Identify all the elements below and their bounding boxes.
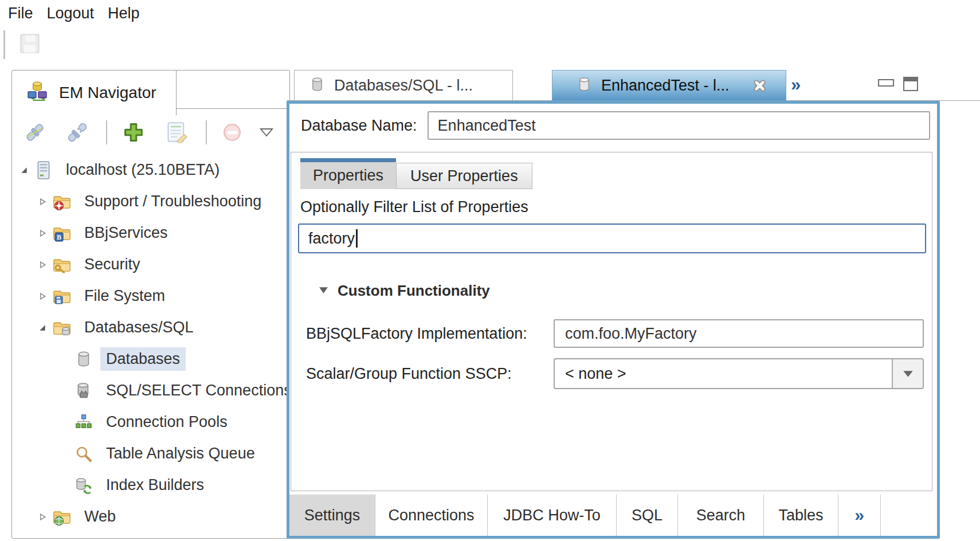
navigator-tab-strip-filler	[177, 70, 289, 109]
navigator-title: EM Navigator	[59, 84, 156, 102]
em-navigator-panel: EM Navigator localhost (25.10BETA)	[11, 70, 290, 539]
section-collapse-triangle-icon[interactable]	[319, 286, 328, 296]
folder-bbj-icon: B	[52, 224, 72, 242]
toolbar-grip[interactable]	[3, 30, 5, 59]
bbjsqlfactory-label: BBjSQLFactory Implementation:	[306, 325, 554, 343]
filter-properties-label: Optionally Filter List of Properties	[300, 198, 932, 216]
bbjsqlfactory-input[interactable]: com.foo.MyFactory	[554, 319, 924, 348]
tree-item-localhost[interactable]: localhost (25.10BETA)	[12, 154, 289, 186]
menu-help[interactable]: Help	[108, 5, 140, 22]
section-title: Custom Functionality	[338, 282, 490, 300]
tab-tables[interactable]: Tables	[764, 495, 838, 536]
text-cursor	[356, 229, 358, 248]
database-icon	[578, 77, 591, 95]
disconnect-plug-icon[interactable]	[66, 121, 89, 144]
sscp-select[interactable]: < none >	[554, 358, 924, 389]
expander-collapsed-icon[interactable]	[35, 198, 50, 206]
custom-functionality-section-header[interactable]: Custom Functionality	[319, 282, 932, 300]
expander-collapsed-icon[interactable]	[35, 292, 50, 300]
minimize-icon[interactable]	[878, 79, 894, 87]
enhancedtest-editor-pane: Database Name: EnhancedTest Properties U…	[287, 101, 940, 539]
dropdown-arrow-icon[interactable]	[260, 128, 273, 137]
editor-tab-strip: Databases/SQL - l... EnhancedTest - l...…	[287, 70, 980, 101]
bbjsqlfactory-row: BBjSQLFactory Implementation: com.foo.My…	[306, 319, 924, 348]
edit-form-icon[interactable]	[166, 121, 187, 143]
sscp-row: Scalar/Group Function SSCP: < none >	[306, 358, 924, 389]
menu-file[interactable]: File	[8, 5, 33, 22]
navigator-header: EM Navigator	[12, 70, 289, 115]
tree-item-table-analysis-queue[interactable]: Table Analysis Queue	[12, 438, 289, 469]
navigator-toolbar	[12, 115, 289, 150]
sscp-label: Scalar/Group Function SSCP:	[306, 365, 554, 383]
tree-item-security[interactable]: Security	[12, 249, 289, 280]
tree-item-web[interactable]: Web	[12, 501, 289, 532]
tree-item-bbjservices[interactable]: B BBjServices	[12, 217, 289, 249]
combo-dropdown-button[interactable]	[892, 359, 923, 388]
tab-search[interactable]: Search	[678, 495, 764, 536]
tab-jdbc-how-to[interactable]: JDBC How-To	[488, 495, 617, 536]
database-name-row: Database Name: EnhancedTest	[301, 111, 930, 140]
tab-user-properties[interactable]: User Properties	[396, 163, 532, 189]
database-name-field[interactable]: EnhancedTest	[428, 111, 930, 140]
database-name-label: Database Name:	[301, 117, 417, 135]
save-icon	[19, 46, 41, 56]
navigator-view-tab[interactable]: EM Navigator	[12, 70, 177, 115]
folder-globe-icon	[52, 508, 72, 526]
folder-database-icon	[52, 319, 72, 337]
menu-bar: File Logout Help	[0, 0, 980, 26]
expander-collapsed-icon[interactable]	[35, 513, 50, 521]
menu-logout[interactable]: Logout	[47, 5, 95, 22]
view-window-buttons	[878, 77, 918, 91]
folder-support-icon	[52, 193, 72, 211]
svg-text:B: B	[57, 233, 61, 241]
folder-key-icon	[52, 256, 72, 274]
properties-panel: Properties User Properties Optionally Fi…	[291, 152, 932, 491]
editor-bottom-tab-bar: Settings Connections JDBC How-To SQL Sea…	[289, 495, 881, 536]
server-icon	[34, 161, 53, 179]
tree-item-index-builders[interactable]: Index Builders	[12, 469, 289, 501]
save-button[interactable]	[19, 33, 41, 57]
expander-expanded-icon[interactable]	[35, 324, 50, 332]
database-plug-icon	[74, 382, 93, 399]
tab-databases-sql[interactable]: Databases/SQL - l...	[294, 70, 513, 100]
connection-pool-icon	[74, 414, 93, 431]
tab-connections[interactable]: Connections	[375, 495, 488, 536]
magnifier-icon	[74, 445, 93, 462]
tree-item-support[interactable]: Support / Troubleshooting	[12, 186, 289, 217]
database-refresh-icon	[74, 477, 93, 494]
tab-properties[interactable]: Properties	[300, 158, 396, 189]
connect-plug-icon[interactable]	[23, 121, 46, 144]
database-icon	[311, 77, 324, 95]
add-plus-icon[interactable]	[123, 122, 144, 143]
tab-overflow-button[interactable]: »	[791, 75, 801, 95]
tab-enhancedtest[interactable]: EnhancedTest - l...	[552, 70, 786, 101]
expander-expanded-icon[interactable]	[17, 166, 32, 174]
filter-properties-input[interactable]: factory	[298, 224, 926, 253]
database-icon	[74, 351, 93, 368]
maximize-icon[interactable]	[903, 77, 918, 91]
remove-minus-icon[interactable]	[222, 122, 242, 143]
tree-item-file-system[interactable]: File System	[12, 280, 289, 312]
tab-sql[interactable]: SQL	[617, 495, 678, 536]
tree-item-sql-select-connections[interactable]: SQL/SELECT Connections	[12, 375, 289, 406]
em-navigator-icon	[27, 81, 48, 104]
folder-disk-icon	[52, 287, 72, 305]
tree-item-databases-sql[interactable]: Databases/SQL	[12, 312, 289, 343]
expander-collapsed-icon[interactable]	[35, 229, 50, 237]
main-toolbar	[0, 26, 41, 63]
bottom-tab-overflow-button[interactable]: »	[838, 495, 881, 536]
tree-item-databases[interactable]: Databases	[12, 343, 289, 375]
properties-tab-bar: Properties User Properties	[300, 152, 932, 189]
expander-collapsed-icon[interactable]	[35, 261, 50, 269]
tab-settings[interactable]: Settings	[289, 495, 375, 536]
navigator-tree: localhost (25.10BETA) Support / Troubles…	[12, 150, 289, 532]
close-tab-icon[interactable]	[752, 79, 767, 93]
tree-item-connection-pools[interactable]: Connection Pools	[12, 406, 289, 438]
